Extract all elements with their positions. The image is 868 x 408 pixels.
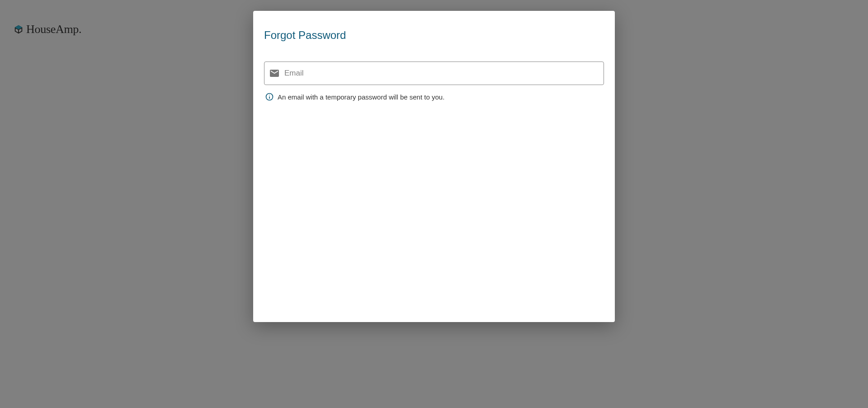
cube-icon — [14, 24, 24, 34]
svg-point-2 — [269, 95, 270, 95]
mail-icon — [269, 68, 280, 79]
info-message: An email with a temporary password will … — [264, 92, 604, 101]
brand-name: HouseAmp. — [26, 23, 81, 36]
brand-logo: HouseAmp. — [14, 23, 81, 36]
email-input-wrapper[interactable] — [264, 62, 604, 85]
info-text: An email with a temporary password will … — [278, 93, 444, 101]
email-field[interactable] — [284, 62, 599, 85]
modal-title: Forgot Password — [264, 29, 604, 42]
forgot-password-modal: Forgot Password An email with a temporar… — [253, 11, 615, 322]
info-icon — [265, 92, 274, 101]
